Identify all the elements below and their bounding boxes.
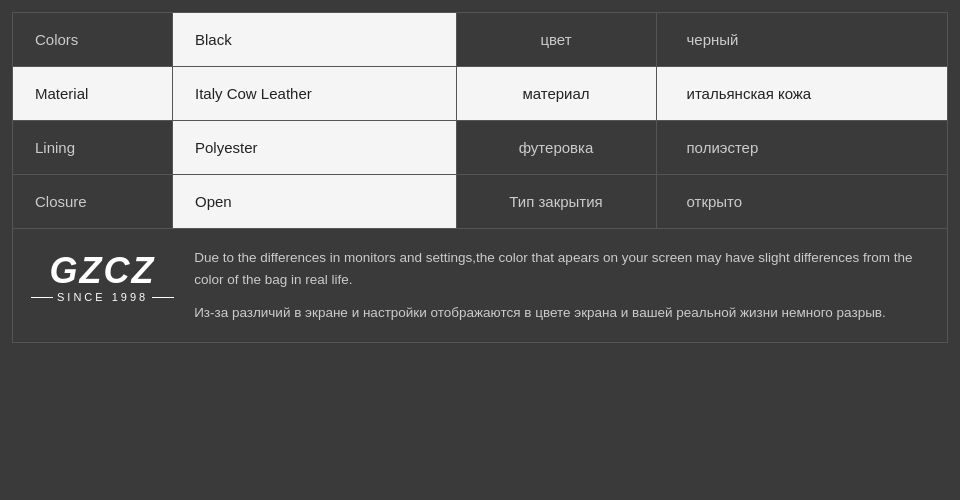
lining-ru-label: футеровка (457, 121, 657, 174)
brand-logo: GZCZ SINCE 1998 (31, 247, 174, 303)
table-row: Closure Open Тип закрытия открыто (13, 175, 947, 228)
logo-name: GZCZ (50, 253, 156, 289)
material-value-en: Italy Cow Leather (173, 67, 457, 120)
colors-label: Colors (13, 13, 173, 66)
lining-ru-value: полиэстер (657, 121, 948, 174)
footer-description: Due to the differences in monitors and s… (194, 247, 929, 324)
table-row: Colors Black цвет черный (13, 13, 947, 67)
material-label: Material (13, 67, 173, 120)
table-row: Material Italy Cow Leather материал итал… (13, 67, 947, 121)
product-table: Colors Black цвет черный Material Italy … (12, 12, 948, 229)
logo-line-left (31, 297, 53, 298)
lining-label: Lining (13, 121, 173, 174)
main-container: Colors Black цвет черный Material Italy … (0, 0, 960, 500)
footer-text-ru: Из-за различий в экране и настройки отоб… (194, 302, 929, 324)
closure-ru-label: Тип закрытия (457, 175, 657, 228)
material-ru-value: итальянская кожа (657, 67, 948, 120)
closure-label: Closure (13, 175, 173, 228)
closure-value-en: Open (173, 175, 457, 228)
lining-value-en: Polyester (173, 121, 457, 174)
colors-ru-value: черный (657, 13, 948, 66)
colors-ru-label: цвет (457, 13, 657, 66)
footer-text-en: Due to the differences in monitors and s… (194, 247, 929, 290)
logo-line-right (152, 297, 174, 298)
footer-section: GZCZ SINCE 1998 Due to the differences i… (12, 229, 948, 343)
closure-ru-value: открыто (657, 175, 948, 228)
table-row: Lining Polyester футеровка полиэстер (13, 121, 947, 175)
logo-since: SINCE 1998 (31, 291, 174, 303)
material-ru-label: материал (457, 67, 657, 120)
colors-value-en: Black (173, 13, 457, 66)
